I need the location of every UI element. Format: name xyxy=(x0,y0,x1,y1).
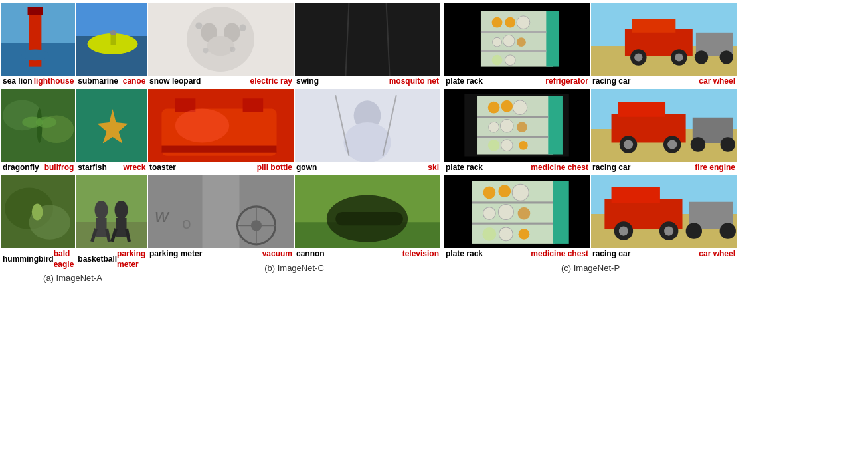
svg-point-105 xyxy=(501,140,513,151)
caption-c: (c) ImageNet-P xyxy=(444,260,737,274)
svg-rect-24 xyxy=(76,222,147,248)
correct-label: sea lion xyxy=(3,76,33,87)
svg-point-22 xyxy=(32,204,43,221)
svg-point-29 xyxy=(115,201,128,219)
correct-label: dragonfly xyxy=(3,163,39,173)
correct-label: plate rack xyxy=(446,249,483,260)
svg-point-50 xyxy=(175,109,229,143)
label-parking-meter: parking meter vacuum xyxy=(148,248,294,260)
cell-dragonfly: dragonfly bullfrog xyxy=(1,89,75,174)
cell-hummingbird: hummingbird bald eagle xyxy=(1,175,75,270)
svg-point-9 xyxy=(110,30,117,35)
wrong-label: car wheel xyxy=(699,249,735,260)
cell-submarine: submarine canoe xyxy=(76,3,147,88)
svg-point-75 xyxy=(505,17,516,28)
svg-point-114 xyxy=(667,140,677,149)
correct-label: toaster xyxy=(149,163,176,173)
svg-point-106 xyxy=(519,141,528,150)
wrong-label: refrigerator xyxy=(545,76,588,87)
wrong-label: ski xyxy=(428,163,439,173)
label-racing-car-3: racing car car wheel xyxy=(591,248,737,260)
svg-rect-58 xyxy=(202,175,239,248)
label-racing-car-1: racing car car wheel xyxy=(591,76,737,88)
svg-point-102 xyxy=(501,120,514,133)
svg-point-89 xyxy=(675,53,683,61)
svg-point-98 xyxy=(488,102,500,114)
svg-point-128 xyxy=(518,207,531,219)
correct-label: swing xyxy=(296,76,319,87)
correct-label: racing car xyxy=(592,249,630,260)
svg-point-78 xyxy=(503,35,515,47)
section-a: sea lion lighthouse xyxy=(1,3,144,284)
svg-point-15 xyxy=(36,116,56,128)
label-racing-car-2: racing car fire engine xyxy=(591,162,737,174)
wrong-label: fire engine xyxy=(695,163,735,173)
correct-label: plate rack xyxy=(446,163,483,173)
svg-rect-73 xyxy=(481,50,546,52)
svg-point-125 xyxy=(512,184,529,201)
cell-swing: swing mosquito net xyxy=(295,3,440,88)
cell-racing-car-1: racing car car wheel xyxy=(591,3,737,88)
svg-point-41 xyxy=(230,47,235,52)
svg-rect-121 xyxy=(472,201,553,203)
svg-point-131 xyxy=(519,228,530,239)
wrong-label: parking meter xyxy=(117,249,145,270)
caption-a: (a) ImageNet-A xyxy=(1,270,144,284)
svg-point-101 xyxy=(489,122,499,133)
correct-label: racing car xyxy=(592,76,630,87)
correct-label: cannon xyxy=(296,249,325,260)
label-dragonfly: dragonfly bullfrog xyxy=(1,162,75,174)
svg-rect-49 xyxy=(161,146,276,153)
cell-parking-meter: w o parking meter vacuum xyxy=(148,175,294,260)
svg-point-40 xyxy=(203,48,209,53)
label-cannon: cannon television xyxy=(295,248,440,260)
main-container: sea lion lighthouse xyxy=(0,0,868,287)
svg-rect-30 xyxy=(116,218,127,237)
svg-rect-120 xyxy=(553,181,569,244)
svg-rect-42 xyxy=(295,3,440,76)
svg-rect-85 xyxy=(632,19,675,32)
correct-label: gown xyxy=(296,163,317,173)
label-gown: gown ski xyxy=(295,162,440,174)
svg-rect-3 xyxy=(28,7,43,15)
wrong-label: electric ray xyxy=(250,76,292,87)
svg-point-92 xyxy=(720,50,733,64)
svg-point-113 xyxy=(624,140,633,149)
wrong-label: medicine chest xyxy=(531,249,588,260)
label-basketball: basketball parking meter xyxy=(76,248,147,270)
wrong-label: mosquito net xyxy=(389,76,439,87)
svg-point-37 xyxy=(207,36,234,56)
label-swing: swing mosquito net xyxy=(295,76,440,88)
caption-b: (b) ImageNet-C xyxy=(148,260,440,274)
wrong-label: television xyxy=(402,249,439,260)
cell-racing-car-2: racing car fire engine xyxy=(591,89,737,174)
svg-rect-95 xyxy=(549,96,563,155)
svg-point-74 xyxy=(492,17,503,28)
wrong-label: bald eagle xyxy=(54,249,74,270)
wrong-label: wreck xyxy=(123,163,145,173)
svg-point-100 xyxy=(513,100,528,115)
svg-rect-97 xyxy=(477,136,548,138)
label-plate-rack-1: plate rack refrigerator xyxy=(444,76,590,88)
wrong-label: vacuum xyxy=(262,249,292,260)
correct-label: plate rack xyxy=(446,76,483,87)
svg-rect-110 xyxy=(618,102,665,116)
cell-racing-car-3: racing car car wheel xyxy=(591,175,737,260)
svg-rect-68 xyxy=(335,212,403,225)
svg-point-139 xyxy=(664,226,673,235)
svg-point-81 xyxy=(505,55,516,66)
label-starfish: starfish wreck xyxy=(76,162,147,174)
grid-section: sea lion lighthouse xyxy=(1,3,867,284)
label-snow-leopard: snow leopard electric ray xyxy=(148,76,294,88)
correct-label: basketball xyxy=(78,254,117,265)
cell-plate-rack-3: plate rack medicine chest xyxy=(444,175,590,260)
correct-label: snow leopard xyxy=(149,76,201,87)
cell-toaster: toaster pill bottle xyxy=(148,89,294,174)
svg-point-4 xyxy=(21,50,49,61)
label-plate-rack-3: plate rack medicine chest xyxy=(444,248,590,260)
svg-point-130 xyxy=(499,227,513,240)
correct-label: parking meter xyxy=(149,249,202,260)
svg-point-91 xyxy=(695,50,708,64)
svg-rect-72 xyxy=(481,31,546,33)
svg-point-116 xyxy=(691,137,705,151)
